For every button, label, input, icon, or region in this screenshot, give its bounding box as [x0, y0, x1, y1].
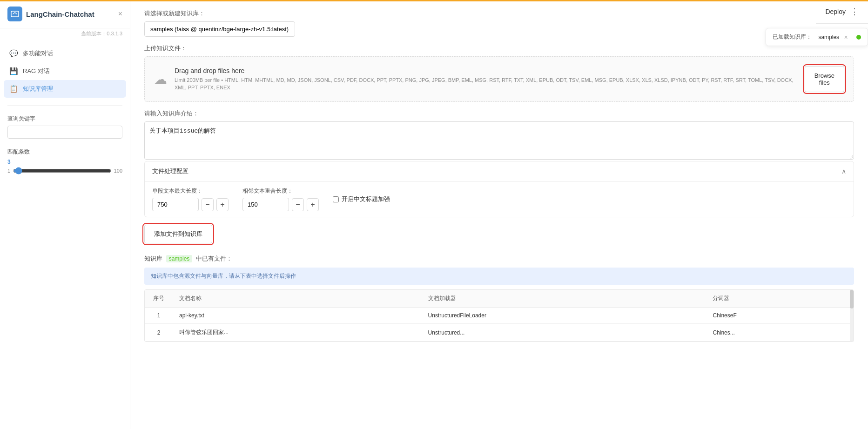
max-length-minus-btn[interactable]: −	[202, 198, 214, 211]
upload-label: 上传知识文件：	[144, 44, 854, 53]
chinese-enhance-label: 开启中文标题加强	[342, 195, 390, 203]
sidebar: LangChain-Chatchat × 当前版本：0.3.1.3 💬 多功能对…	[0, 0, 130, 429]
browse-files-button[interactable]: Browsefiles	[805, 66, 844, 92]
overlap-minus-btn[interactable]: −	[292, 198, 304, 211]
sidebar-item-kb[interactable]: 📋 知识库管理	[4, 80, 126, 98]
top-progress-bar	[0, 0, 868, 1]
upload-area: ☁ Drag and drop files here Limit 200MB p…	[144, 56, 854, 102]
right-panel: 已加载知识库： samples ×	[766, 28, 868, 46]
cell-name: api-key.txt	[173, 308, 422, 324]
kb-files-title: 知识库 samples 中已有文件：	[144, 255, 854, 263]
table-row: 2 叫你管弦乐团回家... Unstructured... Chines...	[145, 324, 854, 342]
config-row: 单段文本最大长度： − + 相邻文本重合长度： − +	[152, 187, 846, 211]
sidebar-divider	[7, 105, 122, 106]
upload-cloud-icon: ☁	[154, 72, 167, 87]
chinese-enhance-row: 开启中文标题加强	[333, 195, 390, 203]
slider-min-label: 1	[7, 168, 10, 174]
config-section: 文件处理配置 ∧ 单段文本最大长度： − + 相邻文本重合长度： −	[144, 161, 854, 217]
upload-text-block: Drag and drop files here Limit 200MB per…	[175, 67, 797, 92]
kb-info-bar: 知识库中包含源文件与向量库，请从下表中选择文件后操作	[144, 268, 854, 285]
search-label: 查询关键字	[7, 115, 122, 123]
deploy-button[interactable]: Deploy	[825, 8, 846, 15]
config-collapse-icon: ∧	[841, 168, 846, 175]
version-label: 当前版本：0.3.1.3	[0, 28, 130, 41]
files-table-header-row: 序号 文档名称 文档加载器 分词器	[145, 290, 854, 308]
close-button[interactable]: ×	[118, 10, 122, 18]
kb-description-input[interactable]: 关于本项目issue的解答	[144, 121, 854, 160]
max-length-input-row: − +	[152, 198, 229, 211]
kb-select-row: samples (faiss @ quentinz/bge-large-zh-v…	[144, 21, 854, 37]
config-body: 单段文本最大长度： − + 相邻文本重合长度： − +	[145, 181, 854, 217]
overlap-input[interactable]	[242, 198, 289, 211]
table-scrollbar[interactable]	[850, 290, 854, 342]
cell-loader: UnstructuredFileLoader	[422, 308, 707, 324]
config-header[interactable]: 文件处理配置 ∧	[145, 161, 854, 181]
cell-tokenizer: ChineseF	[706, 308, 854, 324]
col-header-name: 文档名称	[173, 290, 422, 308]
logo: LangChain-Chatchat	[7, 7, 94, 21]
right-panel-label: 已加载知识库：	[773, 33, 812, 41]
add-to-kb-button[interactable]: 添加文件到知识库	[144, 225, 212, 243]
rag-icon: 💾	[9, 67, 18, 75]
config-title: 文件处理配置	[152, 167, 188, 175]
chinese-enhance-checkbox[interactable]	[333, 196, 339, 202]
files-table-inner: 序号 文档名称 文档加载器 分词器 1 api-key.txt Unstruct…	[145, 290, 854, 342]
search-input[interactable]	[7, 126, 122, 139]
kb-files-suffix: 中已有文件：	[196, 255, 232, 262]
upload-formats: Limit 200MB per file • HTML, HTM, MHTML,…	[175, 76, 797, 92]
match-value: 3	[7, 159, 122, 165]
kb-select-wrapper: samples (faiss @ quentinz/bge-large-zh-v…	[144, 21, 854, 37]
sidebar-header: LangChain-Chatchat ×	[0, 0, 130, 28]
app-title: LangChain-Chatchat	[26, 10, 94, 18]
cell-tokenizer: Chines...	[706, 324, 854, 342]
match-slider[interactable]	[13, 167, 111, 174]
kb-select-label: 请选择或新建知识库：	[144, 9, 854, 18]
overlap-field: 相邻文本重合长度： − +	[242, 187, 319, 211]
sidebar-item-chat[interactable]: 💬 多功能对话	[0, 45, 130, 62]
desc-label: 请输入知识库介绍：	[144, 109, 854, 118]
scrollbar-thumb	[850, 290, 854, 308]
kb-files-prefix: 知识库	[144, 255, 162, 262]
deploy-area: Deploy ⋮	[816, 0, 868, 24]
match-label: 匹配条数	[7, 148, 122, 156]
add-btn-wrapper: 添加文件到知识库	[144, 225, 854, 243]
table-row: 1 api-key.txt UnstructuredFileLoader Chi…	[145, 308, 854, 324]
cell-name: 叫你管弦乐团回家...	[173, 324, 422, 342]
right-panel-close-button[interactable]: ×	[844, 34, 848, 41]
nav-items: 💬 多功能对话 💾 RAG 对话 📋 知识库管理	[0, 41, 130, 101]
sidebar-item-chat-label: 多功能对话	[23, 49, 53, 58]
cell-num: 2	[145, 324, 173, 342]
overlap-input-row: − +	[242, 198, 319, 211]
kb-select[interactable]: samples (faiss @ quentinz/bge-large-zh-v…	[144, 21, 295, 37]
col-header-tokenizer: 分词器	[706, 290, 854, 308]
kb-name-badge: samples	[166, 255, 193, 262]
max-length-field: 单段文本最大长度： − +	[152, 187, 229, 211]
right-panel-value: samples	[818, 34, 839, 40]
upload-title: Drag and drop files here	[175, 67, 797, 74]
sidebar-item-rag[interactable]: 💾 RAG 对话	[0, 62, 130, 80]
kb-icon: 📋	[9, 85, 18, 93]
search-section: 查询关键字	[0, 109, 130, 144]
status-dot	[856, 35, 861, 40]
files-table: 序号 文档名称 文档加载器 分词器 1 api-key.txt Unstruct…	[144, 289, 854, 342]
main-content: 请选择或新建知识库： samples (faiss @ quentinz/bge…	[130, 0, 868, 429]
sidebar-item-kb-label: 知识库管理	[23, 85, 53, 93]
cell-loader: Unstructured...	[422, 324, 707, 342]
chat-icon: 💬	[9, 49, 18, 58]
logo-icon	[7, 7, 22, 21]
slider-max-label: 100	[114, 168, 122, 174]
col-header-loader: 文档加载器	[422, 290, 707, 308]
max-length-plus-btn[interactable]: +	[216, 198, 229, 211]
overlap-plus-btn[interactable]: +	[307, 198, 319, 211]
svg-rect-0	[11, 11, 19, 17]
max-length-input[interactable]	[152, 198, 199, 211]
files-table-head: 序号 文档名称 文档加载器 分词器	[145, 290, 854, 308]
max-length-label: 单段文本最大长度：	[152, 187, 229, 195]
files-table-body: 1 api-key.txt UnstructuredFileLoader Chi…	[145, 308, 854, 342]
sidebar-item-rag-label: RAG 对话	[23, 67, 50, 75]
slider-container: 1 100	[7, 167, 122, 174]
cell-num: 1	[145, 308, 173, 324]
deploy-menu-icon[interactable]: ⋮	[850, 7, 859, 17]
overlap-label: 相邻文本重合长度：	[242, 187, 319, 195]
col-header-num: 序号	[145, 290, 173, 308]
